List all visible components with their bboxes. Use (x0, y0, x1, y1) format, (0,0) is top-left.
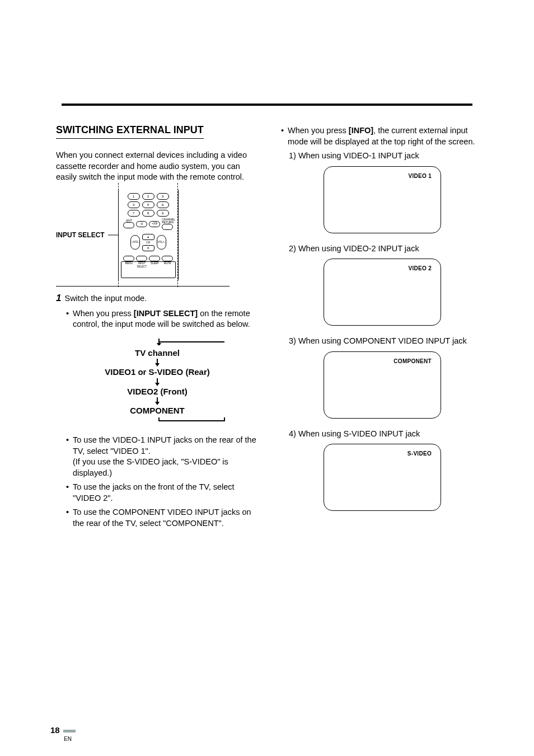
remote-channel-return-label: CHANNEL RETURN (162, 218, 173, 224)
remote-sleep-button (149, 256, 160, 261)
info-item-2-text: When using VIDEO-2 INPUT jack (298, 244, 419, 253)
remote-bottom-row (122, 256, 175, 261)
remote-key-2: 2 (142, 193, 154, 200)
input-mode-cycle-diagram: TV channel VIDEO1 or S-VIDEO (Rear) VIDE… (87, 338, 227, 426)
arrow-down-icon (87, 378, 227, 386)
divider (56, 286, 229, 287)
arrow-down-icon (87, 397, 227, 405)
step-1: 1 Switch the input mode. (56, 292, 259, 305)
remote-key-1: 1 (128, 193, 140, 200)
remote-row4: -ENT 0 +100 CHANNEL RETURN (122, 218, 175, 230)
info-item-1: 1) When using VIDEO-1 INPUT jack (289, 151, 484, 162)
bullet-video1: To use the VIDEO-1 INPUT jacks on the re… (66, 435, 259, 478)
screen-preview-video1: VIDEO 1 (324, 166, 441, 233)
cycle-bottom-line-icon (87, 417, 227, 424)
mode-video1: VIDEO1 or S-VIDEO (Rear) (87, 368, 227, 377)
remote-input-select-label: INPUT SELECT (136, 262, 147, 269)
page-number-bar (63, 730, 76, 732)
top-rule (62, 104, 472, 106)
remote-key-6: 6 (157, 201, 169, 208)
input-select-callout-label: INPUT SELECT (56, 231, 105, 240)
leader-line-icon (108, 233, 118, 237)
info-item-2-num: 2) (289, 244, 296, 253)
remote-ent-button (123, 222, 134, 228)
arrow-down-icon (87, 359, 227, 367)
left-column: SWITCHING EXTERNAL INPUT When you connec… (56, 123, 259, 533)
mode-video2: VIDEO2 (Front) (87, 387, 227, 397)
info-item-4-num: 4) (289, 429, 296, 438)
remote-menu-button (123, 256, 134, 261)
info-item-2: 2) When using VIDEO-2 INPUT jack (289, 243, 484, 255)
remote-key-7: 7 (128, 210, 140, 217)
osd-label-svideo: S-VIDEO (407, 450, 432, 458)
bullet-component: To use the COMPONENT VIDEO INPUT jacks o… (66, 507, 259, 529)
page-number: 18 (50, 725, 60, 735)
remote-key-5: 5 (142, 201, 154, 208)
remote-ch-up: ▲ (142, 234, 154, 240)
remote-key-0: 0 (136, 221, 147, 227)
remote-key-4: 4 (128, 201, 140, 208)
bullet-video1-note: (If you use the S-VIDEO jack, "S-VIDEO" … (73, 457, 228, 477)
osd-label-video1: VIDEO 1 (408, 172, 432, 180)
remote-key-8: 8 (142, 210, 154, 217)
step-1-number: 1 (56, 292, 61, 305)
remote-mute-button (162, 256, 173, 261)
section-intro: When you connect external devices includ… (56, 150, 259, 183)
remote-input-select-button (136, 256, 147, 261)
info-item-3: 3) When using COMPONENT VIDEO INPUT jack (289, 336, 484, 347)
remote-key-9: 9 (157, 210, 169, 217)
osd-label-video2: VIDEO 2 (408, 265, 432, 273)
remote-vol-up: VOL▷ (157, 235, 166, 250)
mode-tv-channel: TV channel (87, 349, 227, 358)
info-item-3-text: When using COMPONENT VIDEO INPUT jack (298, 336, 467, 345)
info-item-4: 4) When using S-VIDEO INPUT jack (289, 429, 484, 440)
page-footer: 18 EN (50, 725, 76, 743)
mode-component: COMPONENT (87, 406, 227, 416)
bullet-input-select-key: [INPUT SELECT] (134, 309, 198, 318)
remote-control-diagram: 1 2 3 4 5 6 7 8 9 -ENT (118, 190, 179, 280)
bullet-video2: To use the jacks on the front of the TV,… (66, 482, 259, 504)
bullet-info-key: [INFO] (349, 126, 373, 135)
info-item-1-text: When using VIDEO-1 INPUT jack (298, 151, 419, 160)
remote-channel-return-button (162, 224, 173, 230)
right-column: When you press [INFO], the current exter… (281, 123, 484, 533)
remote-ch-down: ▼ (142, 245, 154, 251)
bullet-input-select: When you press [INPUT SELECT] on the rem… (66, 308, 259, 330)
remote-sleep-label: SLEEP (149, 262, 160, 269)
info-item-3-num: 3) (289, 336, 296, 345)
remote-plus100-button: +100 (149, 221, 160, 227)
screen-preview-component: COMPONENT (324, 351, 441, 419)
remote-ch-label: CH (142, 240, 154, 245)
remote-mute-label: MUTE (162, 262, 173, 269)
screen-preview-video2: VIDEO 2 (324, 259, 441, 326)
osd-label-component: COMPONENT (394, 358, 432, 365)
remote-key-3: 3 (157, 193, 169, 200)
screen-preview-svideo: S-VIDEO (324, 444, 441, 511)
info-item-1-num: 1) (289, 151, 296, 160)
remote-numpad: 1 2 3 4 5 6 7 8 9 (122, 193, 175, 217)
page-lang: EN (64, 736, 72, 742)
bullet-video1-text: To use the VIDEO-1 INPUT jacks on the re… (73, 435, 256, 456)
remote-illustration-row: INPUT SELECT 1 2 3 4 5 6 7 8 9 (56, 190, 259, 280)
info-item-4-text: When using S-VIDEO INPUT jack (298, 429, 420, 438)
remote-vol-down: ◁VOL (130, 235, 140, 250)
step-1-text: Switch the input mode. (64, 293, 147, 304)
section-title: SWITCHING EXTERNAL INPUT (56, 123, 204, 139)
remote-ch-vol-block: ◁VOL ▲ CH ▼ VOL▷ (122, 234, 175, 251)
cycle-top-arrow-icon (87, 339, 227, 345)
bullet-info-pre: When you press (288, 126, 349, 135)
bullet-input-select-pre: When you press (73, 309, 134, 318)
bullet-info: When you press [INFO], the current exter… (281, 125, 484, 147)
remote-menu-label: MENU (123, 262, 134, 269)
